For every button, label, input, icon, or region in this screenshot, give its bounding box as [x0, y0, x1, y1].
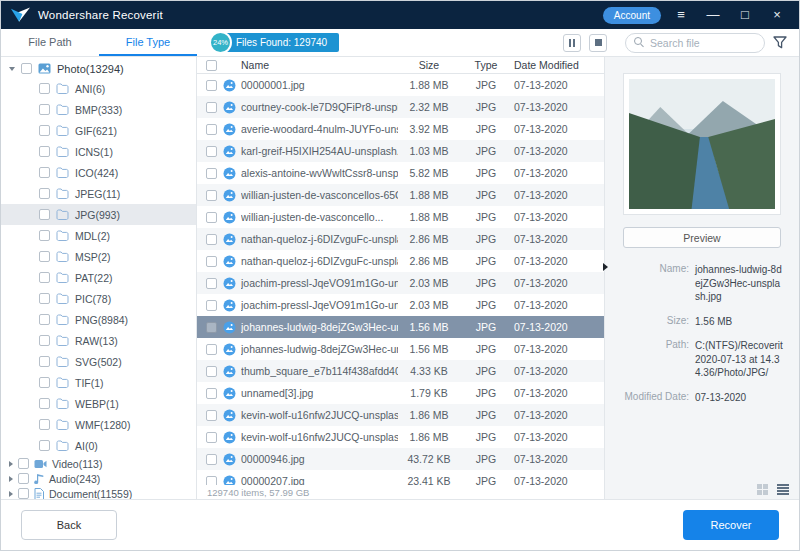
sidebar-item[interactable]: JPG(993) [1, 204, 196, 225]
table-row[interactable]: willian-justen-de-vasconcello... 1.88 MB… [197, 206, 604, 228]
row-checkbox[interactable] [206, 124, 217, 135]
sidebar-category-video[interactable]: Video(113) [1, 456, 196, 471]
column-date-modified[interactable]: Date Modified [512, 59, 604, 71]
recover-button[interactable]: Recover [683, 510, 779, 540]
item-checkbox[interactable] [39, 314, 50, 325]
item-checkbox[interactable] [39, 83, 50, 94]
menu-icon[interactable]: ≡ [669, 1, 693, 29]
sidebar-item[interactable]: GIF(621) [1, 120, 196, 141]
sidebar-item[interactable]: PNG(8984) [1, 309, 196, 330]
table-row[interactable]: courtney-cook-le7D9QFiPr8-unsplash... 2.… [197, 96, 604, 118]
preview-button[interactable]: Preview [623, 227, 781, 248]
row-checkbox[interactable] [206, 344, 217, 355]
item-checkbox[interactable] [39, 272, 50, 283]
sidebar-item[interactable]: JPEG(11) [1, 183, 196, 204]
item-checkbox[interactable] [39, 377, 50, 388]
table-row[interactable]: thumb_square_e7b114f438afdd40e0... 4.33 … [197, 360, 604, 382]
list-view-icon[interactable] [777, 484, 789, 495]
table-row[interactable]: 00000207.jpg 23.41 KB JPG 07-13-2020 [197, 470, 604, 485]
row-checkbox[interactable] [206, 256, 217, 267]
sidebar-item[interactable]: RAW(13) [1, 330, 196, 351]
sidebar-item[interactable]: PIC(78) [1, 288, 196, 309]
row-checkbox[interactable] [206, 168, 217, 179]
row-checkbox[interactable] [206, 278, 217, 289]
table-row[interactable]: alexis-antoine-wvWwltCssr8-unsplas... 5.… [197, 162, 604, 184]
sidebar-category-audio[interactable]: Audio(243) [1, 471, 196, 486]
chevron-down-icon[interactable] [9, 67, 15, 71]
row-checkbox[interactable] [206, 366, 217, 377]
column-name[interactable]: Name [241, 59, 398, 71]
item-checkbox[interactable] [39, 188, 50, 199]
close-icon[interactable]: × [765, 1, 789, 29]
category-checkbox[interactable] [18, 458, 29, 469]
table-row[interactable]: nathan-queloz-j-6DIZvguFc-unspla... 2.86… [197, 250, 604, 272]
sidebar-root-photo[interactable]: Photo(13294) [1, 59, 196, 78]
table-row[interactable]: kevin-wolf-u16nfw2JUCQ-unsplash.jpg 1.86… [197, 404, 604, 426]
sidebar-item[interactable]: BMP(333) [1, 99, 196, 120]
item-checkbox[interactable] [39, 209, 50, 220]
item-checkbox[interactable] [39, 125, 50, 136]
row-checkbox[interactable] [206, 80, 217, 91]
item-checkbox[interactable] [39, 251, 50, 262]
table-row[interactable]: 00000946.jpg 43.72 KB JPG 07-13-2020 [197, 448, 604, 470]
account-button[interactable]: Account [603, 7, 661, 24]
sidebar-item[interactable]: WEBP(1) [1, 393, 196, 414]
row-checkbox[interactable] [206, 146, 217, 157]
minimize-icon[interactable]: — [701, 1, 725, 29]
table-row[interactable]: joachim-pressl-JqeVO91m1Go-unspl... 2.03… [197, 294, 604, 316]
row-checkbox[interactable] [206, 102, 217, 113]
table-row[interactable]: johannes-ludwig-8dejZGw3Hec-unsp... 1.56… [197, 338, 604, 360]
table-row[interactable]: nathan-queloz-j-6DIZvguFc-unsplash... 2.… [197, 228, 604, 250]
item-checkbox[interactable] [39, 104, 50, 115]
sidebar-item[interactable]: MDL(2) [1, 225, 196, 246]
item-checkbox[interactable] [39, 230, 50, 241]
row-checkbox[interactable] [206, 410, 217, 421]
item-checkbox[interactable] [39, 440, 50, 451]
item-checkbox[interactable] [39, 398, 50, 409]
column-size[interactable]: Size [398, 59, 460, 71]
sidebar-item[interactable]: TIF(1) [1, 372, 196, 393]
search-input[interactable] [650, 37, 756, 49]
filter-button[interactable] [773, 36, 787, 49]
grid-view-icon[interactable] [757, 484, 768, 495]
table-row[interactable]: karl-greif-H5IXIH254AU-unsplash.jpg 1.03… [197, 140, 604, 162]
photo-checkbox[interactable] [21, 63, 32, 74]
sidebar-item[interactable]: WMF(1280) [1, 414, 196, 435]
sidebar-item[interactable]: ANI(6) [1, 78, 196, 99]
tab-file-path[interactable]: File Path [1, 29, 99, 56]
row-checkbox[interactable] [206, 190, 217, 201]
table-row[interactable]: unnamed[3].jpg 1.79 KB JPG 07-13-2020 [197, 382, 604, 404]
chevron-right-icon[interactable] [9, 461, 13, 467]
row-checkbox[interactable] [206, 476, 217, 486]
row-checkbox[interactable] [206, 234, 217, 245]
item-checkbox[interactable] [39, 419, 50, 430]
item-checkbox[interactable] [39, 335, 50, 346]
pause-button[interactable] [563, 34, 581, 52]
row-checkbox[interactable] [206, 388, 217, 399]
table-row[interactable]: averie-woodard-4nulm-JUYFo-unspla... 3.9… [197, 118, 604, 140]
tab-file-type[interactable]: File Type [99, 29, 197, 56]
item-checkbox[interactable] [39, 356, 50, 367]
sidebar-item[interactable]: PAT(22) [1, 267, 196, 288]
table-row[interactable]: kevin-wolf-u16nfw2JUCQ-unsplash.jpg 1.86… [197, 426, 604, 448]
row-checkbox[interactable] [206, 432, 217, 443]
sidebar-item[interactable]: AI(0) [1, 435, 196, 456]
table-row[interactable]: willian-justen-de-vasconcellos-65Ga... 1… [197, 184, 604, 206]
sidebar-category-document[interactable]: Document(11559) [1, 486, 196, 499]
sidebar-item[interactable]: SVG(502) [1, 351, 196, 372]
row-checkbox[interactable] [206, 212, 217, 223]
category-checkbox[interactable] [18, 473, 29, 484]
sidebar-item[interactable]: ICNS(1) [1, 141, 196, 162]
column-type[interactable]: Type [460, 59, 512, 71]
select-all-checkbox[interactable] [206, 60, 217, 71]
sidebar-item[interactable]: ICO(424) [1, 162, 196, 183]
panel-collapse-icon[interactable] [603, 263, 608, 271]
row-checkbox[interactable] [206, 322, 217, 333]
category-checkbox[interactable] [18, 488, 29, 499]
item-checkbox[interactable] [39, 167, 50, 178]
item-checkbox[interactable] [39, 146, 50, 157]
chevron-right-icon[interactable] [9, 476, 13, 482]
stop-button[interactable] [589, 34, 607, 52]
chevron-right-icon[interactable] [9, 491, 13, 497]
table-row[interactable]: 00000001.jpg 1.88 MB JPG 07-13-2020 [197, 74, 604, 96]
